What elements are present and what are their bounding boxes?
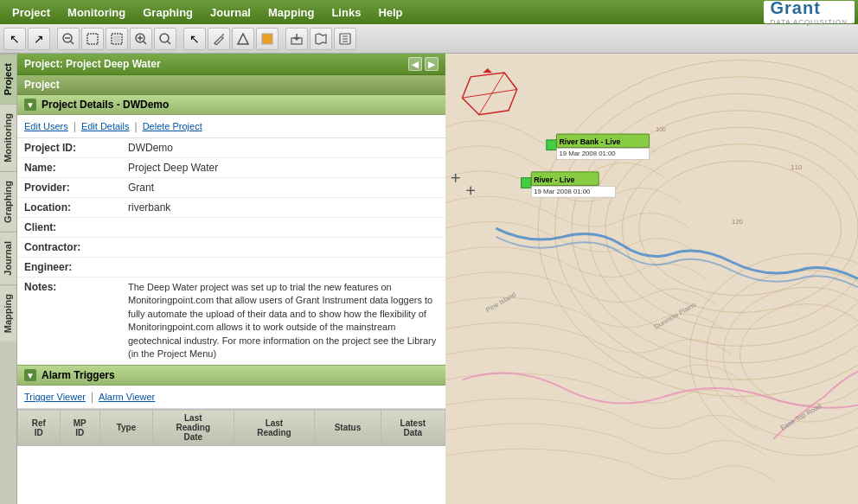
toolbar: ↖ ↗ ↖ <box>0 24 858 54</box>
menu-graphing[interactable]: Graphing <box>134 3 202 22</box>
pointer-tool-btn[interactable]: ↖ <box>3 28 26 50</box>
field-value-engineer <box>121 258 445 278</box>
main-content: Project Monitoring Graphing Journal Mapp… <box>0 54 858 504</box>
table-row: Engineer: <box>17 258 445 278</box>
svg-rect-14 <box>262 34 272 44</box>
panel-title: Project: Project Deep Water <box>24 58 161 70</box>
svg-text:River Bank - Live: River Bank - Live <box>559 137 620 146</box>
field-label-location: Location: <box>17 198 121 218</box>
svg-text:110: 110 <box>791 163 803 171</box>
col-last-reading: LastReading <box>234 410 315 446</box>
sidebar-item-monitoring[interactable]: Monitoring <box>0 104 16 171</box>
shape-btn[interactable] <box>232 28 254 50</box>
panel-header: Project: Project Deep Water ◀ ▶ <box>17 54 445 75</box>
svg-text:19 Mar 2008 01:00: 19 Mar 2008 01:00 <box>559 150 616 157</box>
svg-text:120: 120 <box>732 218 744 226</box>
arrow-tool-btn[interactable]: ↗ <box>28 28 50 50</box>
col-latest-data: LatestData <box>381 410 445 446</box>
menu-help[interactable]: Help <box>369 3 411 22</box>
table-row: Provider: Grant <box>17 178 445 198</box>
menu-links[interactable]: Links <box>323 3 369 22</box>
sidebar-item-mapping[interactable]: Mapping <box>0 284 16 341</box>
section-project-header: Project <box>17 75 445 95</box>
map-area[interactable]: ✦ River Bank - Live 19 Mar 2008 01:00 Ri… <box>445 54 858 504</box>
menu-monitoring[interactable]: Monitoring <box>59 3 134 22</box>
field-value-provider: Grant <box>121 178 445 198</box>
menu-bar: Project Monitoring Graphing Journal Mapp… <box>0 0 858 24</box>
alarm-table: RefID MPID Type LastReadingDate LastRead… <box>17 409 445 446</box>
svg-rect-5 <box>113 35 120 42</box>
panel-nav-prev[interactable]: ◀ <box>408 57 422 71</box>
cursor2-btn[interactable]: ↖ <box>183 28 206 50</box>
field-value-contractor <box>121 238 445 258</box>
field-label-project-id: Project ID: <box>17 138 121 158</box>
svg-line-11 <box>168 41 171 44</box>
section-label: Project <box>24 79 60 91</box>
field-label-contractor: Contractor: <box>17 238 121 258</box>
svg-line-7 <box>144 41 147 44</box>
field-value-project-id: DWDemo <box>121 138 445 158</box>
logo: Grant DATA ACQUISITION <box>764 1 855 23</box>
edit-users-link[interactable]: Edit Users <box>24 121 68 131</box>
trigger-viewer-link[interactable]: Trigger Viewer <box>24 392 86 402</box>
svg-text:19 Mar 2008 01:00: 19 Mar 2008 01:00 <box>534 188 591 195</box>
zoom-in-btn[interactable] <box>130 28 152 50</box>
field-label-client: Client: <box>17 218 121 238</box>
menu-mapping[interactable]: Mapping <box>259 3 323 22</box>
left-panel: Project: Project Deep Water ◀ ▶ Project … <box>17 54 445 504</box>
svg-text:River - Live: River - Live <box>534 175 574 184</box>
select-rect-btn[interactable] <box>81 28 104 50</box>
zoom-out-btn[interactable] <box>57 28 80 50</box>
edit-details-link[interactable]: Edit Details <box>81 121 130 131</box>
sidebar-item-graphing[interactable]: Graphing <box>0 171 16 232</box>
svg-rect-3 <box>87 34 98 44</box>
menu-journal[interactable]: Journal <box>202 3 259 22</box>
collapse-btn[interactable]: ▼ <box>24 99 36 111</box>
alarm-viewer-link[interactable]: Alarm Viewer <box>99 392 155 402</box>
svg-text:100: 100 <box>656 126 666 132</box>
topo-map-svg: ✦ River Bank - Live 19 Mar 2008 01:00 Ri… <box>445 54 858 504</box>
field-value-notes: The Deep Water project was set up to tri… <box>121 278 445 365</box>
col-status: Status <box>315 410 381 446</box>
col-type: Type <box>99 410 152 446</box>
field-value-client <box>121 218 445 238</box>
export-btn[interactable] <box>285 28 308 50</box>
color-btn[interactable] <box>256 28 279 50</box>
svg-marker-13 <box>238 34 248 44</box>
alarm-links: Trigger Viewer | Alarm Viewer <box>17 386 445 409</box>
svg-line-1 <box>71 41 74 44</box>
draw-btn[interactable] <box>208 28 230 50</box>
field-value-name: Project Deep Water <box>121 158 445 178</box>
logo-name: Grant <box>771 0 821 17</box>
sidebar-item-journal[interactable]: Journal <box>0 232 16 284</box>
sidebar-item-project[interactable]: Project <box>0 54 16 104</box>
delete-project-link[interactable]: Delete Project <box>143 121 202 131</box>
table-row: Client: <box>17 218 445 238</box>
map-btn[interactable] <box>310 28 332 50</box>
field-label-provider: Provider: <box>17 178 121 198</box>
details-header: ▼ Project Details - DWDemo <box>17 95 445 115</box>
zoom-custom-btn[interactable] <box>154 28 176 50</box>
col-mp-id: MPID <box>60 410 99 446</box>
alarm-collapse-btn[interactable]: ▼ <box>24 369 36 381</box>
menu-project[interactable]: Project <box>3 3 59 22</box>
col-ref-id: RefID <box>18 410 61 446</box>
settings-btn[interactable] <box>334 28 356 50</box>
panel-nav-next[interactable]: ▶ <box>425 57 439 71</box>
project-data-table: Project ID: DWDemo Name: Project Deep Wa… <box>17 138 445 365</box>
table-row: Contractor: <box>17 238 445 258</box>
link-sep-2: | <box>135 120 138 132</box>
select2-btn[interactable] <box>106 28 128 50</box>
field-value-location: riverbank <box>121 198 445 218</box>
alarm-title: Alarm Triggers <box>42 369 115 381</box>
alarm-table-header-row: RefID MPID Type LastReadingDate LastRead… <box>18 410 445 446</box>
link-sep-1: | <box>74 120 76 132</box>
svg-rect-42 <box>547 140 557 150</box>
logo-subtitle: DATA ACQUISITION <box>771 18 848 26</box>
svg-marker-12 <box>221 34 224 36</box>
field-label-engineer: Engineer: <box>17 258 121 278</box>
side-tabs: Project Monitoring Graphing Journal Mapp… <box>0 54 17 504</box>
field-label-notes: Notes: <box>17 278 121 365</box>
table-row: Name: Project Deep Water <box>17 158 445 178</box>
topo-background: ✦ River Bank - Live 19 Mar 2008 01:00 Ri… <box>445 54 858 504</box>
